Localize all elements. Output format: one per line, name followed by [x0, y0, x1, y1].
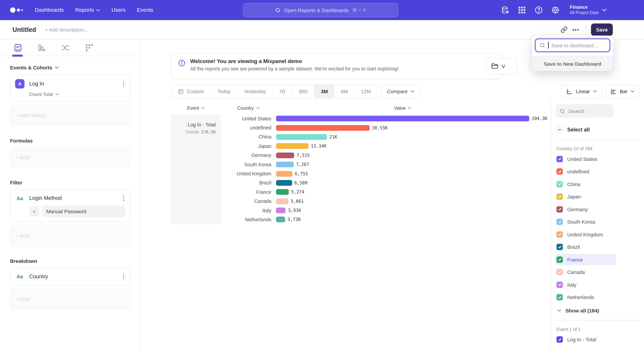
breakdown-property-name[interactable]: Country [29, 274, 122, 280]
metric-card-log-in[interactable]: A Log In Count Total [10, 74, 130, 102]
data-management-icon[interactable] [501, 6, 510, 14]
range-yesterday[interactable]: Yesterday [237, 85, 272, 98]
global-search-button[interactable]: Open Reports & Dashboards ⌘ + K [243, 3, 398, 17]
chart-type-dropdown[interactable]: Bar [605, 84, 639, 98]
range-30d[interactable]: 30D [292, 85, 314, 98]
range-6m[interactable]: 6M [334, 85, 355, 98]
country-filter-germany[interactable]: Germany [556, 204, 616, 215]
event-series-cell[interactable]: Log In - Total Overall 276.5K [171, 114, 221, 224]
checkbox[interactable] [556, 282, 563, 288]
select-all-row[interactable]: Select all [556, 126, 644, 133]
country-filter-france[interactable]: France [556, 254, 616, 265]
filter-menu-button[interactable] [122, 194, 126, 202]
range-3m[interactable]: 3M [314, 85, 334, 98]
bar[interactable] [276, 116, 529, 121]
save-to-new-dashboard-button[interactable]: Save to New Dashboard [532, 56, 613, 71]
nav-item-reports[interactable]: Reports [75, 7, 100, 13]
save-button[interactable]: Save [591, 23, 613, 36]
country-filter-undefined[interactable]: undefined [556, 166, 616, 177]
range-custom[interactable]: Custom [172, 85, 211, 98]
range-12m[interactable]: 12M [355, 85, 377, 98]
country-filter-japan[interactable]: Japan [556, 191, 616, 202]
checkbox[interactable] [556, 206, 563, 212]
mixpanel-logo-icon[interactable] [10, 6, 25, 14]
add-description-field[interactable]: + Add description... [45, 27, 88, 32]
country-filter-south-korea[interactable]: South Korea [556, 216, 616, 228]
banner-view-button[interactable]: V [486, 58, 517, 74]
compare-dropdown[interactable]: Compare [381, 84, 420, 98]
nav-item-events[interactable]: Events [137, 7, 153, 13]
metric-aggregation-dropdown[interactable]: Count Total [29, 91, 126, 97]
checkbox[interactable] [556, 156, 563, 162]
metric-event-name[interactable]: Log In [29, 81, 122, 87]
add-breakdown-button[interactable]: + Add [10, 289, 130, 310]
nav-item-dashboards[interactable]: Dashboards [35, 7, 64, 13]
bar[interactable] [276, 162, 294, 167]
events-section-header[interactable]: Events & Cohorts [10, 65, 130, 70]
more-actions-button[interactable] [570, 24, 581, 35]
country-filter-netherlands[interactable]: Netherlands [556, 292, 616, 303]
help-icon[interactable] [534, 6, 543, 14]
apps-grid-icon[interactable] [518, 6, 526, 14]
tab-retention[interactable] [85, 43, 94, 52]
filter-operator-dropdown[interactable]: = [29, 206, 39, 216]
checkbox[interactable] [556, 193, 563, 200]
range-7d[interactable]: 7D [273, 85, 292, 98]
checkbox[interactable] [556, 256, 563, 263]
scale-dropdown[interactable]: Linear [561, 84, 602, 98]
checkbox[interactable] [556, 269, 563, 275]
checkbox[interactable] [556, 231, 563, 238]
bar[interactable] [276, 125, 370, 131]
range-today[interactable]: Today [211, 85, 237, 98]
settings-gear-icon[interactable] [551, 6, 560, 14]
country-filter-united-states[interactable]: United States [556, 153, 616, 165]
report-title[interactable]: Untitled [12, 26, 36, 33]
add-metric-button[interactable]: + Add Metric [10, 106, 130, 126]
nav-item-users[interactable]: Users [112, 7, 126, 13]
save-dashboard-search-input[interactable]: Save to dashboard... [535, 38, 610, 52]
bar[interactable] [276, 171, 292, 177]
tab-insights[interactable] [14, 43, 22, 52]
filter-property-name[interactable]: Login Method [29, 195, 122, 201]
banner-view-label: V [502, 63, 505, 69]
breakdown-menu-button[interactable] [122, 272, 126, 281]
checkbox[interactable] [556, 181, 563, 187]
filter-card-login-method[interactable]: Aa Login Method = Manual Password [10, 189, 130, 222]
breakdown-card-country[interactable]: Aa Country [10, 268, 130, 285]
show-all-toggle[interactable]: Show all (184) [557, 308, 644, 313]
metric-menu-button[interactable] [122, 80, 126, 88]
country-filter-italy[interactable]: Italy [556, 279, 616, 290]
column-header-value[interactable]: Value [276, 105, 529, 111]
project-switcher[interactable]: Finance All Project Data [570, 4, 606, 15]
bar[interactable] [276, 134, 327, 140]
tab-flows[interactable] [61, 43, 70, 52]
tab-funnels[interactable] [37, 43, 46, 52]
bar[interactable] [276, 189, 289, 195]
bar[interactable] [276, 143, 308, 149]
copy-link-button[interactable] [558, 24, 570, 35]
chevron-down-icon [55, 66, 59, 69]
event-filter-log-in-total[interactable]: Log In - Total [556, 334, 616, 345]
bar[interactable] [276, 217, 285, 222]
bar[interactable] [276, 198, 288, 204]
filter-value-dropdown[interactable]: Manual Password [42, 206, 126, 217]
checkbox[interactable] [556, 219, 563, 225]
checkbox[interactable] [556, 294, 563, 300]
chart-row-brazil: Brazil6,589 [221, 178, 548, 187]
country-filter-brazil[interactable]: Brazil [556, 241, 616, 253]
checkbox[interactable] [556, 168, 563, 175]
add-formula-button[interactable]: + Add [10, 147, 130, 168]
country-filter-china[interactable]: China [556, 178, 616, 190]
column-header-country[interactable]: Country [221, 105, 276, 111]
checkbox[interactable] [556, 244, 563, 250]
checkbox[interactable] [556, 336, 563, 343]
bar[interactable] [276, 180, 292, 186]
bar[interactable] [276, 208, 286, 213]
add-filter-button[interactable]: + Add [10, 226, 130, 246]
bar[interactable] [276, 153, 294, 158]
country-filter-canada[interactable]: Canada [556, 266, 616, 278]
panel-search-input[interactable]: Search [556, 104, 613, 118]
column-header-event[interactable]: Event [171, 105, 221, 111]
select-all-checkbox[interactable] [556, 126, 563, 133]
country-filter-united-kingdom[interactable]: United Kingdom [556, 229, 616, 240]
